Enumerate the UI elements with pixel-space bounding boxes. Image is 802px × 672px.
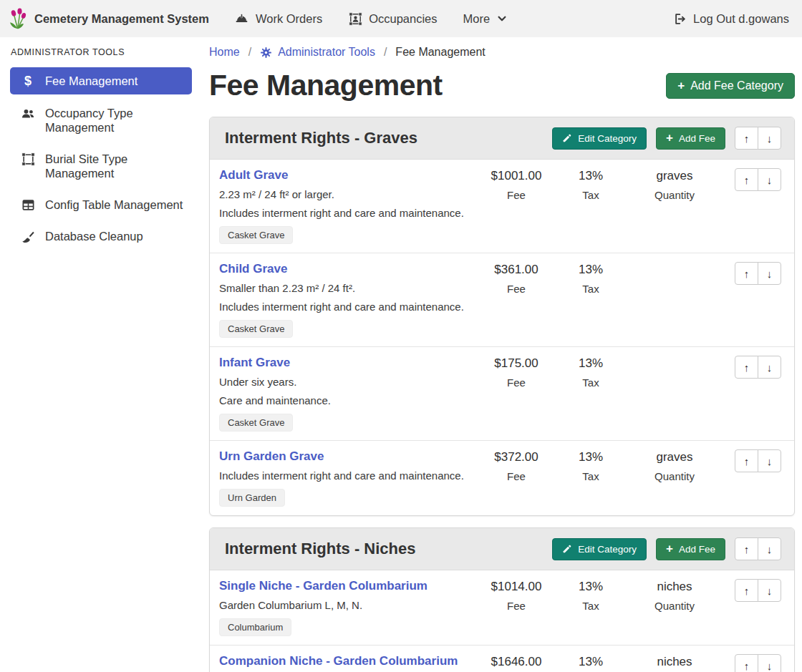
pencil-icon — [562, 544, 572, 554]
fee-name-link[interactable]: Single Niche - Garden Columbarium — [219, 579, 427, 593]
fee-quantity-value: graves — [625, 169, 724, 183]
category-reorder-controls: ↑ ↓ — [735, 537, 781, 560]
breadcrumb-home-link[interactable]: Home — [209, 46, 240, 59]
fee-desc-1: Under six years. — [219, 376, 296, 389]
hard-hat-icon — [235, 11, 249, 26]
fee-quantity-cell: graves Quantity — [625, 168, 724, 202]
move-fee-down-button[interactable]: ↓ — [758, 449, 781, 472]
sidebar-item-burial-site-type-management[interactable]: Burial Site Type Management — [10, 146, 192, 186]
fee-quantity-label: Quantity — [625, 189, 724, 202]
fee-quantity-value: graves — [625, 450, 724, 464]
move-fee-down-button[interactable]: ↓ — [758, 579, 781, 602]
fee-row: Child Grave Smaller than 2.23 m² / 24 ft… — [210, 253, 794, 347]
person-frame-icon — [348, 11, 362, 26]
fee-row: Single Niche - Garden Columbarium Garden… — [210, 570, 794, 646]
fee-list: Adult Grave 2.23 m² / 24 ft² or larger. … — [210, 160, 794, 515]
fee-desc-1: 2.23 m² / 24 ft² or larger. — [219, 188, 334, 201]
fee-tax-cell: 13% Tax — [556, 449, 625, 483]
brand-title: Cemetery Management System — [34, 12, 209, 26]
add-fee-button[interactable]: + Add Fee — [656, 127, 725, 150]
fee-tag: Urn Garden — [219, 489, 285, 507]
fee-name-link[interactable]: Child Grave — [219, 262, 287, 276]
fee-tax-value: 13% — [556, 450, 625, 464]
plus-icon: + — [666, 544, 673, 554]
fee-name-link[interactable]: Companion Niche - Garden Columbarium — [219, 654, 458, 668]
categories: Interment Rights - Graves Edit Category … — [209, 117, 795, 672]
move-category-down-button[interactable]: ↓ — [758, 537, 781, 560]
plus-icon: + — [677, 81, 685, 91]
fee-name-link[interactable]: Adult Grave — [219, 168, 288, 182]
fee-reorder-controls: ↑ ↓ — [735, 262, 781, 285]
arrow-up-icon: ↑ — [744, 543, 750, 555]
move-category-up-button[interactable]: ↑ — [735, 127, 758, 150]
fee-desc-2: Care and maintenance. — [219, 394, 331, 407]
move-fee-up-button[interactable]: ↑ — [735, 168, 758, 191]
move-category-down-button[interactable]: ↓ — [758, 127, 781, 150]
fee-reorder-controls: ↑ ↓ — [735, 579, 781, 602]
sidebar-item-config-table-management[interactable]: Config Table Management — [10, 192, 192, 218]
sidebar-item-fee-management[interactable]: $ Fee Management — [10, 67, 192, 94]
fee-tax-cell: 13% Tax — [556, 579, 625, 613]
fee-category-card: Interment Rights - Niches Edit Category … — [209, 527, 795, 672]
category-reorder-controls: ↑ ↓ — [735, 127, 781, 150]
arrow-up-icon: ↑ — [744, 585, 750, 597]
main-content: Home / — [209, 37, 795, 672]
fee-reorder-controls: ↑ ↓ — [735, 168, 781, 191]
move-fee-up-button[interactable]: ↑ — [735, 654, 758, 672]
arrow-up-icon: ↑ — [744, 361, 750, 374]
add-fee-label: Add Fee — [679, 133, 715, 144]
fee-tax-cell: 13% Tax — [556, 654, 625, 672]
breadcrumb-admin-tools-link[interactable]: Administrator Tools — [260, 46, 375, 59]
edit-category-button[interactable]: Edit Category — [552, 538, 647, 560]
sidebar-item-occupancy-type-management[interactable]: Occupancy Type Management — [10, 100, 192, 140]
add-fee-label: Add Fee — [679, 544, 715, 555]
add-fee-button[interactable]: + Add Fee — [656, 538, 725, 560]
category-title: Interment Rights - Niches — [225, 540, 552, 558]
move-category-up-button[interactable]: ↑ — [735, 537, 758, 560]
fee-tax-label: Tax — [556, 600, 625, 613]
fee-tax-cell: 13% Tax — [556, 356, 625, 389]
arrow-up-icon: ↑ — [744, 660, 750, 672]
fee-category-card: Interment Rights - Graves Edit Category … — [209, 117, 795, 516]
nav-more[interactable]: More — [463, 11, 508, 26]
gear-icon — [260, 47, 272, 59]
fee-list: Single Niche - Garden Columbarium Garden… — [210, 570, 794, 672]
fee-amount-cell: $361.00 Fee — [476, 262, 556, 296]
nav-occupancies-label: Occupancies — [369, 12, 437, 26]
logout-icon — [672, 11, 686, 26]
fee-amount-cell: $175.00 Fee — [476, 356, 556, 389]
breadcrumb-current: Fee Management — [395, 46, 485, 59]
arrow-down-icon: ↓ — [767, 455, 773, 467]
move-fee-up-button[interactable]: ↑ — [735, 262, 758, 285]
fee-amount-label: Fee — [476, 470, 556, 483]
nav-work-orders[interactable]: Work Orders — [235, 11, 322, 26]
move-fee-up-button[interactable]: ↑ — [735, 356, 758, 379]
move-fee-up-button[interactable]: ↑ — [735, 449, 758, 472]
fee-amount-cell: $372.00 Fee — [476, 449, 556, 483]
arrow-up-icon: ↑ — [744, 132, 750, 145]
arrow-up-icon: ↑ — [744, 174, 750, 186]
fee-desc-2: Includes interment right and care and ma… — [219, 207, 464, 220]
nav-occupancies[interactable]: Occupancies — [348, 11, 437, 26]
move-fee-down-button[interactable]: ↓ — [758, 262, 781, 285]
arrow-up-icon: ↑ — [744, 268, 750, 280]
sidebar-item-label: Occupancy Type Management — [45, 106, 185, 135]
sidebar-item-database-cleanup[interactable]: Database Cleanup — [10, 223, 192, 250]
sidebar-item-label: Database Cleanup — [45, 229, 143, 244]
breadcrumb-separator: / — [384, 46, 387, 59]
sidebar-section-title: Administrator Tools — [11, 47, 192, 57]
app-brand[interactable]: Cemetery Management System — [9, 8, 209, 29]
logout-label: Log Out d.gowans — [693, 12, 789, 26]
logout-button[interactable]: Log Out d.gowans — [672, 11, 789, 26]
edit-category-button[interactable]: Edit Category — [552, 127, 647, 150]
sidebar-item-label: Config Table Management — [45, 198, 183, 212]
fee-row: Infant Grave Under six years. Care and m… — [210, 347, 794, 441]
move-fee-down-button[interactable]: ↓ — [758, 168, 781, 191]
fee-name-link[interactable]: Infant Grave — [219, 356, 290, 370]
move-fee-down-button[interactable]: ↓ — [758, 654, 781, 672]
move-fee-up-button[interactable]: ↑ — [735, 579, 758, 602]
move-fee-down-button[interactable]: ↓ — [758, 356, 781, 379]
fee-amount-value: $1014.00 — [476, 580, 556, 594]
fee-name-link[interactable]: Urn Garden Grave — [219, 449, 324, 464]
add-fee-category-button[interactable]: + Add Fee Category — [666, 73, 795, 99]
